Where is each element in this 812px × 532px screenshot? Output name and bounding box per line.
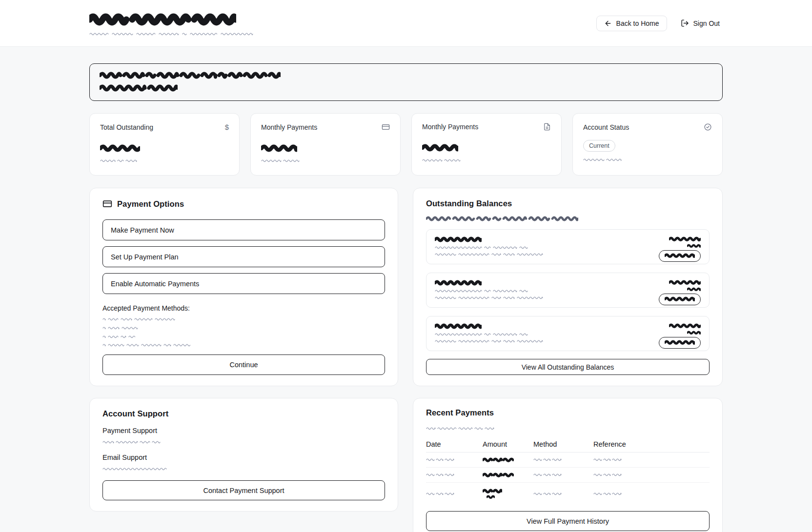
stat-label: Total Outstanding	[100, 123, 153, 131]
email-support-label: Email Support	[102, 453, 385, 461]
account-support-title: Account Support	[102, 409, 385, 418]
log-out-icon	[681, 19, 689, 27]
balance-detail-redacted	[435, 246, 543, 250]
continue-button[interactable]: Continue	[102, 355, 385, 375]
balance-action-button[interactable]	[659, 294, 701, 305]
arrow-left-icon	[604, 20, 612, 27]
table-row	[426, 453, 710, 468]
cell-method-redacted	[533, 492, 593, 496]
stat-value-redacted	[422, 143, 458, 152]
recent-payments-panel: Recent Payments Date Amount Method Refer…	[413, 398, 723, 532]
stat-label: Monthly Payments	[261, 123, 317, 131]
payment-support-phone-redacted	[102, 440, 161, 444]
view-full-payment-history-button[interactable]: View Full Payment History	[426, 511, 710, 531]
account-support-panel: Account Support Payment Support Email Su…	[89, 398, 398, 512]
column-header-method: Method	[533, 440, 593, 448]
table-header-row: Date Amount Method Reference	[426, 436, 710, 453]
cell-reference-redacted	[593, 492, 710, 496]
email-support-address-redacted	[102, 467, 167, 471]
recent-payments-table: Date Amount Method Reference	[426, 436, 710, 505]
app-subtitle-redacted	[89, 32, 253, 36]
stats-row: Total Outstanding $ Monthly Payments Mon…	[89, 113, 723, 176]
stat-card-monthly-payments-2: Monthly Payments	[411, 113, 562, 176]
balance-item	[426, 316, 710, 351]
method-item-redacted	[102, 343, 385, 347]
top-header: Back to Home Sign Out	[0, 0, 812, 47]
balance-action-button[interactable]	[659, 250, 701, 262]
payment-options-title: Payment Options	[117, 199, 184, 209]
cell-date-redacted	[426, 473, 483, 477]
method-item-redacted	[102, 335, 385, 339]
balance-list	[426, 229, 710, 351]
stat-value-redacted	[261, 144, 297, 153]
balance-action-redacted	[665, 296, 695, 302]
balance-detail-redacted	[435, 333, 543, 336]
back-to-home-label: Back to Home	[616, 20, 659, 27]
balance-amount-redacted	[669, 236, 701, 242]
stat-label: Monthly Payments	[422, 123, 478, 131]
balance-name-redacted	[435, 236, 543, 243]
notice-banner	[89, 63, 723, 101]
check-circle-icon	[704, 123, 712, 131]
sign-out-label: Sign Out	[693, 20, 720, 27]
stat-value-redacted	[100, 144, 140, 153]
credit-card-icon	[382, 123, 390, 131]
column-header-date: Date	[426, 440, 483, 448]
accepted-methods-list	[102, 317, 385, 347]
column-header-reference: Reference	[593, 440, 710, 448]
recent-payments-subtitle-redacted	[426, 427, 494, 431]
cell-amount-redacted	[483, 488, 533, 494]
app-title-redacted	[89, 13, 253, 26]
notice-line-2-redacted	[100, 84, 712, 92]
cell-reference-redacted	[593, 473, 710, 477]
balance-action-redacted	[665, 339, 695, 346]
stat-subtext-redacted	[422, 158, 461, 162]
table-row	[426, 468, 710, 483]
stat-subtext-redacted	[261, 159, 300, 163]
stat-label: Account Status	[583, 123, 629, 131]
column-header-amount: Amount	[483, 440, 533, 448]
balance-item	[426, 229, 710, 264]
balance-item	[426, 273, 710, 308]
set-up-payment-plan-button[interactable]: Set Up Payment Plan	[102, 246, 385, 267]
make-payment-now-button[interactable]: Make Payment Now	[102, 219, 385, 240]
method-item-redacted	[102, 326, 385, 330]
enable-automatic-payments-button[interactable]: Enable Automatic Payments	[102, 273, 385, 294]
outstanding-balances-title: Outstanding Balances	[426, 199, 710, 208]
payment-options-panel: Payment Options Make Payment Now Set Up …	[89, 188, 398, 386]
file-icon	[543, 123, 551, 131]
stat-card-total-outstanding: Total Outstanding $	[89, 113, 240, 176]
balance-due-redacted	[687, 330, 701, 335]
cell-method-redacted	[533, 473, 593, 477]
balance-detail-redacted	[435, 253, 543, 256]
cell-method-redacted	[533, 458, 593, 462]
table-row	[426, 483, 710, 505]
cell-amount-redacted	[487, 494, 533, 500]
contact-payment-support-button[interactable]: Contact Payment Support	[102, 480, 385, 500]
stat-card-monthly-payments: Monthly Payments	[250, 113, 401, 176]
cell-date-redacted	[426, 492, 483, 496]
balance-action-button[interactable]	[659, 337, 701, 349]
view-all-balances-button[interactable]: View All Outstanding Balances	[426, 359, 710, 375]
balances-subtitle-redacted	[426, 216, 578, 222]
stat-subtext-redacted	[583, 158, 622, 162]
method-item-redacted	[102, 317, 385, 321]
balance-amount-redacted	[669, 279, 701, 286]
status-badge: Current	[583, 140, 615, 152]
balance-name-redacted	[435, 323, 543, 330]
cell-date-redacted	[426, 458, 483, 462]
outstanding-balances-panel: Outstanding Balances	[413, 188, 723, 386]
cell-reference-redacted	[593, 458, 710, 462]
balance-due-redacted	[687, 243, 701, 249]
balance-due-redacted	[687, 287, 701, 292]
payment-support-label: Payment Support	[102, 427, 385, 434]
credit-card-icon	[102, 199, 112, 209]
stat-card-account-status: Account Status Current	[572, 113, 723, 176]
recent-payments-title: Recent Payments	[426, 408, 710, 417]
balance-detail-redacted	[435, 296, 543, 300]
back-to-home-button[interactable]: Back to Home	[596, 16, 667, 31]
sign-out-button[interactable]: Sign Out	[678, 16, 723, 31]
cell-amount-redacted	[483, 472, 533, 478]
notice-line-1-redacted	[100, 71, 712, 79]
cell-amount-redacted	[483, 457, 533, 463]
